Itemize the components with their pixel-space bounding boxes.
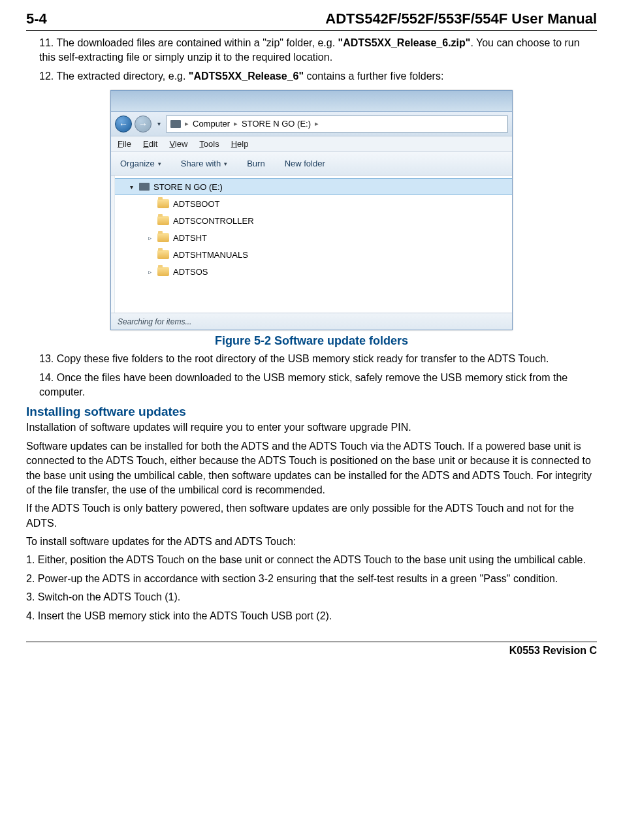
explorer-window: ← → ▾ ▸ Computer ▸ STORE N GO (E:) ▸ Fil… xyxy=(110,90,513,330)
tree-folder-adtscontroller[interactable]: ADTSCONTROLLER xyxy=(115,212,512,229)
new-folder-button[interactable]: New folder xyxy=(285,159,325,168)
install-step-3: 3. Switch-on the ADTS Touch (1). xyxy=(26,590,597,604)
folder-label: ADTSHTMANUALS xyxy=(173,250,248,260)
folder-icon xyxy=(157,199,169,208)
figure-5-2: ← → ▾ ▸ Computer ▸ STORE N GO (E:) ▸ Fil… xyxy=(26,90,597,330)
explorer-titlebar-blur xyxy=(111,91,512,112)
tree-folder-adtsht[interactable]: ▹ ADTSHT xyxy=(115,229,512,246)
tree-folder-adtsos[interactable]: ▹ ADTSOS xyxy=(115,263,512,280)
folder-label: ADTSBOOT xyxy=(173,199,220,209)
arrow-left-icon: ← xyxy=(119,119,128,129)
menu-help[interactable]: Help xyxy=(231,139,249,149)
burn-button[interactable]: Burn xyxy=(247,159,264,168)
back-button[interactable]: ← xyxy=(115,116,132,132)
install-para-4: To install software updates for the ADTS… xyxy=(26,535,597,549)
folder-label: ADTSOS xyxy=(173,267,208,277)
tree-root-label: STORE N GO (E:) xyxy=(153,182,223,192)
step-12-text-b: contains a further five folders: xyxy=(304,70,443,82)
menu-edit[interactable]: Edit xyxy=(143,139,157,149)
tree-expand-icon[interactable]: ▹ xyxy=(146,234,153,241)
step-13: 13. Copy these five folders to the root … xyxy=(26,352,597,366)
install-step-4: 4. Insert the USB memory stick into the … xyxy=(26,609,597,623)
forward-button[interactable]: → xyxy=(135,116,152,132)
chevron-down-icon: ▾ xyxy=(224,161,227,167)
page-footer: K0553 Revision C xyxy=(26,642,597,657)
folder-label: ADTSHT xyxy=(173,233,207,243)
breadcrumb-computer[interactable]: Computer xyxy=(193,119,230,129)
folder-icon xyxy=(157,216,169,225)
breadcrumb-sep-icon: ▸ xyxy=(234,119,238,128)
install-para-3: If the ADTS Touch is only battery powere… xyxy=(26,501,597,531)
install-step-2: 2. Power-up the ADTS in accordance with … xyxy=(26,572,597,586)
heading-installing-updates: Installing software updates xyxy=(26,405,597,419)
step-12-bold: "ADTS5XX_Release_6" xyxy=(189,70,304,82)
tree-root-drive[interactable]: ▾ STORE N GO (E:) xyxy=(115,178,512,195)
folder-icon xyxy=(157,250,169,259)
drive-icon xyxy=(170,120,181,128)
explorer-body: ▾ STORE N GO (E:) ADTSBOOT ADTSCONTROLLE… xyxy=(111,176,512,313)
step-12: 12. The extracted directory, e.g. "ADTS5… xyxy=(26,69,597,84)
organize-button[interactable]: Organize▾ xyxy=(120,159,161,168)
arrow-right-icon: → xyxy=(138,119,148,129)
step-14: 14. Once the files have been downloaded … xyxy=(26,371,597,400)
chevron-down-icon: ▾ xyxy=(158,161,161,167)
breadcrumb-sep-icon: ▸ xyxy=(315,119,319,128)
figure-caption: Figure 5-2 Software update folders xyxy=(26,334,597,348)
explorer-menubar: File Edit View Tools Help xyxy=(111,136,512,152)
tree-collapse-icon[interactable]: ▾ xyxy=(128,183,135,191)
tree-folder-adtsboot[interactable]: ADTSBOOT xyxy=(115,195,512,212)
tree-folder-adtshtmanuals[interactable]: ADTSHTMANUALS xyxy=(115,246,512,263)
page-header: 5-4 ADTS542F/552F/553F/554F User Manual xyxy=(26,10,597,31)
share-with-button[interactable]: Share with▾ xyxy=(181,159,227,168)
install-para-2: Software updates can be installed for bo… xyxy=(26,439,597,498)
breadcrumb-drive[interactable]: STORE N GO (E:) xyxy=(242,119,311,129)
folder-icon xyxy=(157,233,169,242)
tree-expand-icon[interactable]: ▹ xyxy=(146,268,153,275)
step-11-bold: "ADTS5XX_Release_6.zip" xyxy=(338,37,471,48)
explorer-address-bar: ← → ▾ ▸ Computer ▸ STORE N GO (E:) ▸ xyxy=(111,112,512,136)
explorer-tree: ▾ STORE N GO (E:) ADTSBOOT ADTSCONTROLLE… xyxy=(115,176,512,313)
explorer-statusbar: Searching for items... xyxy=(111,313,512,330)
step-11: 11. The downloaded files are contained w… xyxy=(26,36,597,65)
menu-tools[interactable]: Tools xyxy=(199,139,219,149)
nav-history-dropdown[interactable]: ▾ xyxy=(154,120,163,127)
explorer-toolbar: Organize▾ Share with▾ Burn New folder xyxy=(111,152,512,176)
drive-icon xyxy=(139,183,150,191)
manual-title: ADTS542F/552F/553F/554F User Manual xyxy=(325,10,597,27)
step-11-text-a: 11. The downloaded files are contained w… xyxy=(39,37,338,48)
folder-icon xyxy=(157,267,169,276)
folder-label: ADTSCONTROLLER xyxy=(173,216,254,226)
page-number: 5-4 xyxy=(26,10,47,27)
address-box[interactable]: ▸ Computer ▸ STORE N GO (E:) ▸ xyxy=(166,116,508,132)
menu-file[interactable]: File xyxy=(118,139,131,149)
breadcrumb-sep-icon: ▸ xyxy=(185,119,189,128)
step-12-text-a: 12. The extracted directory, e.g. xyxy=(39,70,189,82)
menu-view[interactable]: View xyxy=(169,139,187,149)
install-para-1: Installation of software updates will re… xyxy=(26,420,597,435)
install-step-1: 1. Either, position the ADTS Touch on th… xyxy=(26,553,597,567)
